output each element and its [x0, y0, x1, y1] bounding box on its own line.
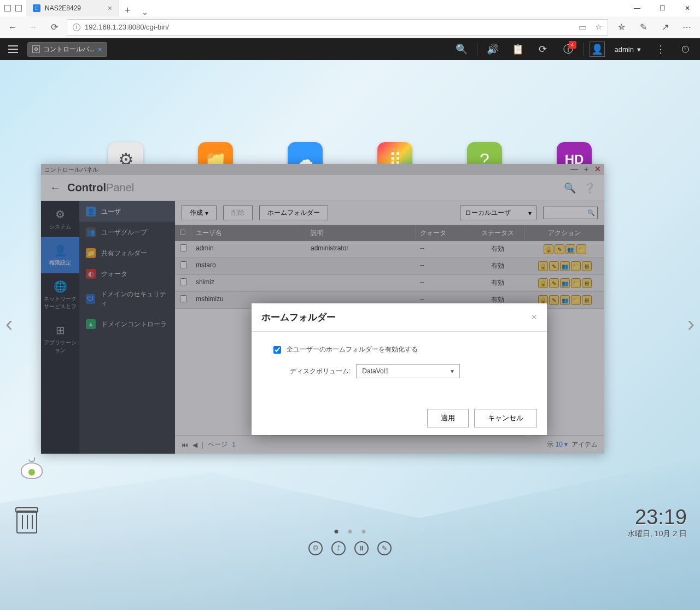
site-info-icon[interactable]: i [73, 24, 80, 31]
pager-first-icon[interactable]: ⏮ [182, 441, 188, 449]
col-description[interactable]: 説明 [306, 225, 416, 241]
home-folder-button[interactable]: ホームフォルダー [259, 206, 328, 220]
cp-title: ControlPanel [67, 181, 134, 194]
dock-icon[interactable]: ⏸ [354, 541, 369, 555]
pager-pagesize[interactable]: 10 [556, 441, 563, 448]
window-minimize-button[interactable]: — [625, 0, 650, 16]
app-icon [15, 5, 22, 11]
window-maximize-button[interactable]: ☐ [650, 0, 675, 16]
cp-nav-privileges[interactable]: 👤権限設定 [41, 237, 79, 273]
col-status[interactable]: ステータス [470, 225, 525, 241]
browser-tab[interactable]: □ NAS2E8429 × [26, 0, 119, 16]
cp-nav-system[interactable]: ⚙システム [41, 201, 79, 237]
user-table: ☐ ユーザ名 説明 クォータ ステータス アクション adminadminist… [175, 225, 604, 309]
select-all-checkbox[interactable]: ☐ [175, 225, 191, 241]
action-icons[interactable]: 🔒✎👥📁⊞ [529, 278, 600, 288]
more-icon[interactable]: ⋮ [651, 39, 670, 59]
desktop-next-icon[interactable]: › [687, 312, 695, 336]
enable-home-checkbox[interactable] [273, 346, 281, 354]
action-icons[interactable]: 🔒✎👥📁 [529, 244, 600, 254]
cp-back-icon[interactable]: ← [50, 181, 61, 194]
notifications-icon[interactable]: ⓘ4 [558, 39, 578, 59]
col-quota[interactable]: クォータ [416, 225, 470, 241]
dock-icon[interactable]: © [308, 541, 323, 555]
row-checkbox[interactable] [180, 278, 187, 285]
tab-close-icon[interactable]: × [108, 4, 112, 13]
cp-subnav-sharedfolder[interactable]: 📁共有フォルダー [79, 243, 175, 263]
favorite-star-icon[interactable]: ☆ [596, 23, 602, 31]
user-type-select[interactable]: ローカルユーザ▾ [460, 206, 536, 220]
cell-username: shimiz [191, 275, 306, 291]
page-indicator[interactable] [335, 530, 366, 533]
cp-header: ← ControlPanel 🔍 ❔ [41, 175, 604, 201]
devices-icon[interactable]: ⟳ [533, 39, 553, 59]
pill-close-icon[interactable]: × [98, 45, 102, 54]
nav-forward-button[interactable]: → [25, 19, 42, 36]
cp-search-icon[interactable]: 🔍 [564, 182, 576, 194]
cp-subnav-domainsec[interactable]: 🛡ドメインのセキュリティ [79, 284, 175, 314]
pager-page-input[interactable]: 1 [232, 441, 236, 449]
assistant-robot[interactable]: ◡ [15, 462, 48, 495]
gear-icon: ⚙ [32, 45, 40, 53]
row-checkbox[interactable] [180, 295, 187, 302]
more-icon[interactable]: ⋯ [678, 19, 696, 36]
modal-close-icon[interactable]: × [531, 312, 537, 323]
user-name: admin [615, 45, 634, 54]
cp-maximize-icon[interactable]: ＋ [582, 165, 590, 174]
cp-help-icon[interactable]: ❔ [584, 182, 596, 194]
create-button[interactable]: 作成▾ [182, 206, 217, 220]
disk-volume-select[interactable]: DataVol1 [356, 364, 460, 378]
cp-nav-network[interactable]: 🌐ネットワークサービスとフ [41, 273, 79, 317]
cancel-button[interactable]: キャンセル [474, 409, 537, 427]
cp-titlebar[interactable]: コントロールパネル — ＋ ✕ [41, 164, 604, 175]
share-icon[interactable]: ↗ [656, 19, 674, 36]
menu-icon[interactable] [4, 40, 22, 58]
desktop-area: ⚙ 📁 ☁ ⠿ ? HD ‹ › コントロールパネル — ＋ ✕ ← Contr… [0, 60, 700, 610]
nav-refresh-button[interactable]: ⟳ [46, 19, 62, 36]
enable-home-label: 全ユーザーのホームフォルダーを有効化する [287, 345, 418, 354]
new-tab-button[interactable]: + [119, 5, 136, 16]
cp-subnav-usergroup[interactable]: 👥ユーザグループ [79, 222, 175, 243]
row-checkbox[interactable] [180, 244, 187, 251]
apply-button[interactable]: 適用 [427, 409, 469, 427]
cp-subnav-domainctrl[interactable]: ▲ドメインコントローラ [79, 314, 175, 335]
col-username[interactable]: ユーザ名 [191, 225, 306, 241]
cell-description [306, 275, 416, 291]
pager: ⏮ ◀ | ページ 1 示 10 ▾ アイテム [175, 435, 604, 454]
favorites-icon[interactable]: ✮ [612, 19, 630, 36]
tasks-icon[interactable]: 📋 [508, 39, 528, 59]
user-icon[interactable]: 👤 [590, 42, 605, 57]
table-row[interactable]: adminadministrator--有効🔒✎👥📁 [175, 241, 604, 258]
url-bar[interactable]: i 192.168.1.23:8080/cgi-bin/ ▭ ☆ [67, 19, 608, 36]
volume-icon[interactable]: 🔊 [483, 39, 503, 59]
trash-icon[interactable] [16, 511, 37, 533]
search-icon[interactable]: 🔍 [452, 39, 471, 59]
reading-icon[interactable]: ▭ [579, 22, 587, 32]
cp-close-icon[interactable]: ✕ [594, 165, 601, 174]
window-close-button[interactable]: ✕ [675, 0, 700, 16]
user-menu[interactable]: admin ▾ [610, 45, 645, 54]
cp-subnav-user[interactable]: 👤ユーザ [79, 201, 175, 222]
cp-minimize-icon[interactable]: — [570, 165, 578, 174]
nav-back-button[interactable]: ← [4, 19, 21, 36]
table-row[interactable]: mstaro--有効🔒✎👥📁⊞ [175, 258, 604, 275]
dashboard-icon[interactable]: ⏲ [676, 39, 696, 59]
app-pill[interactable]: ⚙ コントロールパ... × [27, 42, 107, 57]
browser-titlebar: □ NAS2E8429 × + ⌄ — ☐ ✕ [0, 0, 700, 16]
pager-prev-icon[interactable]: ◀ [192, 441, 197, 449]
cell-quota: -- [416, 241, 470, 257]
dock-icon[interactable]: ⤴ [331, 541, 346, 555]
tab-overflow-icon[interactable]: ⌄ [136, 8, 154, 16]
table-row[interactable]: shimiz--有効🔒✎👥📁⊞ [175, 275, 604, 292]
dock-icon[interactable]: ✎ [377, 541, 392, 555]
desktop-prev-icon[interactable]: ‹ [5, 312, 13, 336]
delete-button[interactable]: 削除 [223, 206, 253, 220]
cp-subnav-quota[interactable]: ◐クォータ [79, 263, 175, 284]
chevron-down-icon[interactable]: ▾ [564, 441, 568, 448]
cp-nav-application[interactable]: ⊞アプリケーション [41, 317, 79, 361]
notes-icon[interactable]: ✎ [634, 19, 652, 36]
row-checkbox[interactable] [180, 261, 187, 268]
search-input[interactable] [543, 207, 598, 219]
action-icons[interactable]: 🔒✎👥📁⊞ [529, 261, 600, 271]
home-folder-modal: ホームフォルダー × 全ユーザーのホームフォルダーを有効化する ディスクボリュー… [252, 303, 547, 435]
